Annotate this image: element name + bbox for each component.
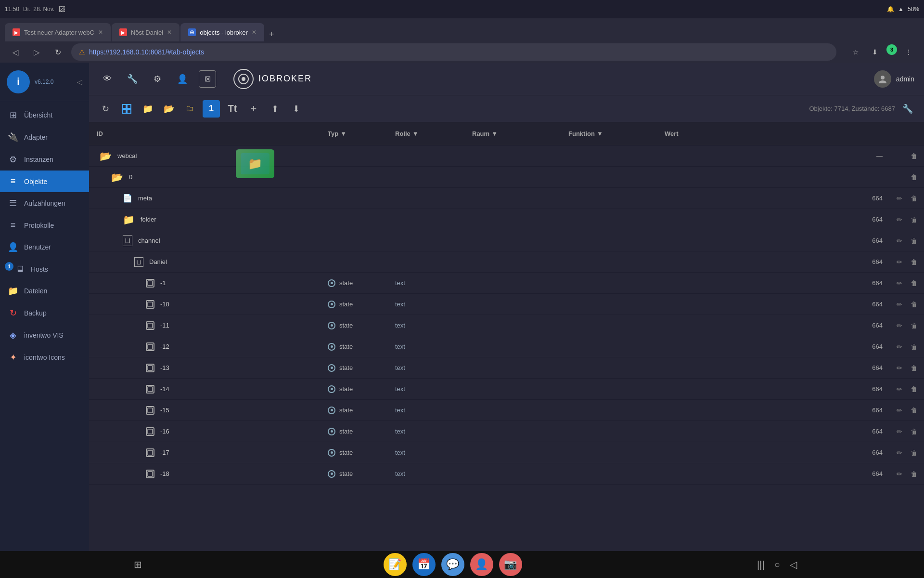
back-nav-button[interactable]: ◁ bbox=[790, 559, 797, 570]
table-row[interactable]: -14 state text 664 ✏ 🗑 bbox=[89, 379, 924, 400]
delete-icon[interactable]: 🗑 bbox=[908, 298, 920, 311]
bookmark-button[interactable]: ☆ bbox=[848, 44, 863, 60]
delete-icon[interactable]: 🗑 bbox=[908, 319, 920, 332]
edit-icon[interactable]: ✏ bbox=[893, 425, 906, 438]
table-row[interactable]: ⊔ channel 664 ✏ 🗑 bbox=[89, 230, 924, 251]
delete-icon[interactable]: 🗑 bbox=[908, 192, 920, 205]
col-header-funktion[interactable]: Funktion ▼ bbox=[565, 130, 661, 137]
edit-icon[interactable]: ✏ bbox=[893, 447, 906, 459]
table-row[interactable]: -12 state text 664 ✏ 🗑 bbox=[89, 336, 924, 357]
person-icon-button[interactable]: 👤 bbox=[174, 70, 191, 88]
refresh-button[interactable]: ↻ bbox=[97, 100, 114, 118]
app-grid-button[interactable]: ⊞ bbox=[127, 554, 148, 575]
delete-icon[interactable]: 🗑 bbox=[908, 277, 920, 289]
delete-icon[interactable]: 🗑 bbox=[908, 362, 920, 374]
reload-button[interactable]: ↻ bbox=[50, 44, 65, 60]
settings-icon-button[interactable]: ⚙ bbox=[149, 70, 166, 88]
edit-icon[interactable]: ✏ bbox=[893, 362, 906, 374]
table-row[interactable]: -17 state text 664 ✏ 🗑 bbox=[89, 442, 924, 463]
tab-close-2[interactable]: ✕ bbox=[167, 29, 172, 36]
filter-folder-button[interactable]: 🗂 bbox=[181, 100, 199, 118]
sidebar-item-adapter[interactable]: 🔌 Adapter bbox=[0, 126, 89, 148]
contacts-app-button[interactable]: 👤 bbox=[470, 553, 493, 576]
tab-close-3[interactable]: ✕ bbox=[252, 29, 257, 36]
home-button[interactable]: ○ bbox=[774, 559, 780, 570]
sidebar-item-instanzen[interactable]: ⚙ Instanzen bbox=[0, 148, 89, 171]
table-row[interactable]: -1 state text 664 ✏ 🗑 bbox=[89, 273, 924, 294]
table-row[interactable]: 📄 meta 664 ✏ 🗑 bbox=[89, 188, 924, 209]
settings-wrench-button[interactable]: 🔧 bbox=[899, 100, 916, 118]
address-bar[interactable]: ⚠ https://192.168.0.10:8081/#tab-objects bbox=[71, 43, 836, 61]
delete-icon[interactable]: 🗑 bbox=[908, 425, 920, 438]
edit-icon[interactable]: ✏ bbox=[893, 319, 906, 332]
edit-icon[interactable]: ✏ bbox=[893, 235, 906, 247]
edit-icon[interactable]: ✏ bbox=[893, 277, 906, 289]
tab-close-1[interactable]: ✕ bbox=[98, 29, 103, 36]
chat-app-button[interactable]: 💬 bbox=[441, 553, 464, 576]
tab-test-adapter[interactable]: ▶ Test neuer Adapter webC ✕ bbox=[5, 23, 111, 41]
notes-app-button[interactable]: 📝 bbox=[384, 553, 407, 576]
sidebar-item-icontwo[interactable]: ✦ icontwo Icons bbox=[0, 346, 89, 368]
col-header-typ[interactable]: Typ ▼ bbox=[324, 130, 391, 137]
edit-icon[interactable]: ✏ bbox=[893, 213, 906, 226]
delete-icon[interactable]: 🗑 bbox=[908, 213, 920, 226]
table-row[interactable]: -18 state text 664 ✏ 🗑 bbox=[89, 463, 924, 485]
edit-icon[interactable]: ✏ bbox=[893, 192, 906, 205]
new-tab-button[interactable]: + bbox=[265, 27, 278, 41]
sidebar-collapse-button[interactable]: ◁ bbox=[77, 78, 82, 86]
table-row[interactable]: ⊔ Daniel 664 ✏ 🗑 bbox=[89, 251, 924, 273]
table-row[interactable]: -15 state text 664 ✏ 🗑 bbox=[89, 400, 924, 421]
export-button[interactable]: ⬇ bbox=[287, 100, 305, 118]
table-row[interactable]: 📂 webcal — 🗑 bbox=[89, 145, 924, 167]
text-size-button[interactable]: Tt bbox=[224, 100, 241, 118]
delete-icon[interactable]: 🗑 bbox=[908, 383, 920, 395]
edit-icon[interactable]: ✏ bbox=[893, 298, 906, 311]
sidebar-item-inventwo[interactable]: ◈ inventwo VIS bbox=[0, 324, 89, 346]
calendar-app-button[interactable]: 📅 bbox=[412, 553, 436, 576]
table-row[interactable]: -16 state text 664 ✏ 🗑 bbox=[89, 421, 924, 442]
edit-icon[interactable]: ✏ bbox=[893, 404, 906, 417]
edit-icon[interactable]: ✏ bbox=[893, 383, 906, 395]
tab-nost-daniel[interactable]: ▶ Nöst Daniel ✕ bbox=[112, 23, 180, 41]
sidebar-item-protokolle[interactable]: ≡ Protokolle bbox=[0, 214, 89, 236]
view-toggle-button[interactable] bbox=[118, 100, 135, 118]
number-button[interactable]: 1 bbox=[203, 100, 220, 118]
wrench-icon-button[interactable]: 🔧 bbox=[124, 70, 141, 88]
col-header-rolle[interactable]: Rolle ▼ bbox=[391, 130, 468, 137]
extension-badge[interactable]: 3 bbox=[886, 44, 897, 55]
forward-button[interactable]: ▷ bbox=[29, 44, 44, 60]
expand-all-button[interactable]: 📂 bbox=[160, 100, 178, 118]
table-row[interactable]: -10 state text 664 ✏ 🗑 bbox=[89, 294, 924, 315]
scan-icon-button[interactable]: ⊠ bbox=[199, 70, 216, 88]
delete-icon[interactable]: 🗑 bbox=[908, 171, 920, 184]
delete-icon[interactable]: 🗑 bbox=[908, 150, 920, 162]
delete-icon[interactable]: 🗑 bbox=[908, 341, 920, 353]
import-button[interactable]: ⬆ bbox=[266, 100, 283, 118]
sidebar-item-hosts[interactable]: 1 🖥 Hosts bbox=[0, 258, 89, 280]
recent-apps-button[interactable]: ||| bbox=[757, 559, 765, 570]
delete-icon[interactable]: 🗑 bbox=[908, 404, 920, 417]
edit-icon[interactable]: ✏ bbox=[893, 468, 906, 480]
delete-icon[interactable]: 🗑 bbox=[908, 235, 920, 247]
camera-app-button[interactable]: 📷 bbox=[499, 553, 522, 576]
col-header-raum[interactable]: Raum ▼ bbox=[468, 130, 565, 137]
delete-icon[interactable]: 🗑 bbox=[908, 447, 920, 459]
table-row[interactable]: -13 state text 664 ✏ 🗑 bbox=[89, 357, 924, 379]
sidebar-item-benutzer[interactable]: 👤 Benutzer bbox=[0, 236, 89, 258]
back-button[interactable]: ◁ bbox=[8, 44, 23, 60]
sidebar-item-aufzahlungen[interactable]: ☰ Aufzählungen bbox=[0, 192, 89, 214]
table-row[interactable]: 📂 0 🗑 bbox=[89, 167, 924, 188]
download-button[interactable]: ⬇ bbox=[867, 44, 883, 60]
table-row[interactable]: 📁 folder 664 ✏ 🗑 bbox=[89, 209, 924, 230]
edit-icon[interactable]: ✏ bbox=[893, 256, 906, 268]
sidebar-item-objekte[interactable]: ≡ Objekte bbox=[0, 171, 89, 192]
collapse-all-button[interactable]: 📁 bbox=[139, 100, 156, 118]
table-row[interactable]: -11 state text 664 ✏ 🗑 bbox=[89, 315, 924, 336]
eye-icon-button[interactable]: 👁 bbox=[99, 70, 116, 88]
add-button[interactable]: + bbox=[245, 100, 262, 118]
delete-icon[interactable]: 🗑 bbox=[908, 256, 920, 268]
edit-icon[interactable]: ✏ bbox=[893, 341, 906, 353]
sidebar-item-dateien[interactable]: 📁 Dateien bbox=[0, 280, 89, 302]
tab-objects-iobroker[interactable]: ⊕ objects - iobroker ✕ bbox=[180, 23, 264, 41]
sidebar-item-ubersicht[interactable]: ⊞ Übersicht bbox=[0, 104, 89, 126]
